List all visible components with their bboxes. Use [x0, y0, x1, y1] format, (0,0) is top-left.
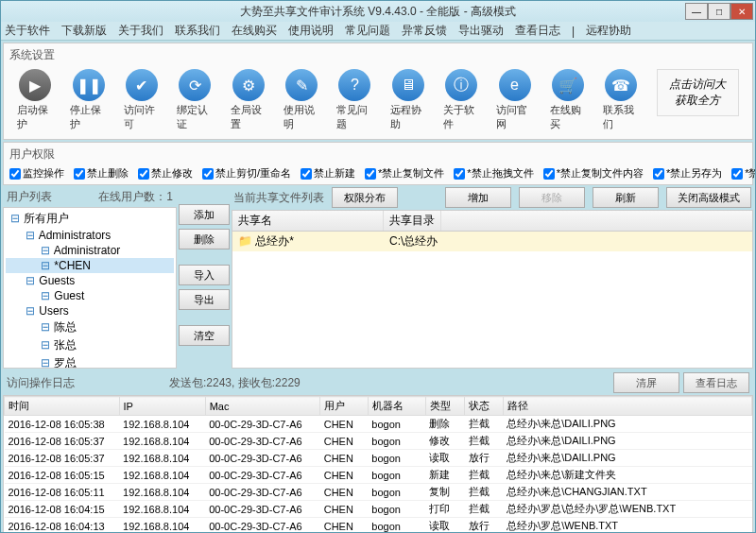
tree-node[interactable]: ⊟ *CHEN: [6, 258, 174, 273]
log-table[interactable]: 时间IPMac用户机器名类型状态路径2016-12-08 16:05:38192…: [3, 395, 753, 533]
menu-item[interactable]: 远程协助: [586, 23, 631, 39]
close-button[interactable]: ✕: [730, 3, 753, 20]
titlebar: 大势至共享文件审计系统 V9.4.43.0 - 全能版 - 高级模式 — □ ✕: [1, 1, 755, 22]
perm-*禁止打印[interactable]: *禁止打印: [731, 166, 756, 181]
minimize-button[interactable]: —: [685, 3, 708, 20]
tool-联系我们[interactable]: ☎联系我们: [603, 69, 639, 131]
menu-item[interactable]: 关于软件: [5, 23, 50, 39]
tool-访问官网[interactable]: e访问官网: [496, 69, 532, 131]
add-share-button[interactable]: 增加: [445, 187, 511, 208]
perm-*禁止拖拽文件[interactable]: *禁止拖拽文件: [454, 166, 533, 181]
remove-share-button[interactable]: 移除: [519, 187, 585, 208]
user-permissions-label: 用户权限: [9, 146, 747, 163]
perm-*禁止复制文件[interactable]: *禁止复制文件: [365, 166, 444, 181]
tree-icon: ⊟: [40, 320, 51, 334]
shares-label: 当前共享文件列表: [233, 190, 324, 206]
log-col: 类型: [425, 397, 465, 416]
share-col: 共享目录: [384, 211, 441, 231]
tool-icon: ❚❚: [73, 69, 105, 101]
perm-禁止删除[interactable]: 禁止删除: [74, 166, 129, 181]
tool-icon: ⓘ: [445, 69, 477, 101]
view-log-button[interactable]: 查看日志: [683, 372, 749, 393]
menu-item[interactable]: 在线购买: [232, 23, 277, 39]
tool-icon: ☎: [605, 69, 637, 101]
tree-icon: ⊟: [40, 356, 51, 369]
perm-禁止新建[interactable]: 禁止新建: [301, 166, 355, 181]
menu-item[interactable]: 使用说明: [288, 23, 334, 39]
import-button[interactable]: 导入: [179, 265, 230, 285]
shares-table[interactable]: 共享名共享目录 📁 总经办*C:\总经办: [232, 210, 753, 369]
log-row[interactable]: 2016-12-08 16:04:13192.168.8.10400-0C-29…: [5, 518, 752, 534]
delete-user-button[interactable]: 删除: [179, 229, 230, 249]
tool-启动保护[interactable]: ▶启动保护: [17, 69, 53, 131]
perm-禁止修改[interactable]: 禁止修改: [138, 166, 193, 181]
tree-icon: ⊟: [25, 229, 36, 242]
online-count: 在线用户数：1: [98, 189, 173, 205]
refresh-button[interactable]: 刷新: [593, 187, 659, 208]
tool-常见问题[interactable]: ?常见问题: [336, 69, 372, 131]
tool-全局设置[interactable]: ⚙全局设置: [231, 69, 266, 131]
tool-icon: 🛒: [552, 69, 584, 101]
log-col: 用户: [320, 397, 369, 416]
tree-node[interactable]: ⊟ 张总: [6, 336, 174, 354]
clear-button[interactable]: 清空: [179, 325, 230, 346]
log-row[interactable]: 2016-12-08 16:05:15192.168.8.10400-0C-29…: [5, 467, 752, 484]
menu-item[interactable]: 异常反馈: [402, 23, 447, 39]
log-col: Mac: [205, 397, 320, 416]
system-settings-panel: 系统设置 ▶启动保护❚❚停止保护✔访问许可⟳绑定认证⚙全局设置✎使用说明?常见问…: [3, 43, 753, 140]
maximize-button[interactable]: □: [708, 3, 730, 20]
tool-icon: ?: [338, 69, 370, 101]
tool-绑定认证[interactable]: ⟳绑定认证: [177, 69, 213, 131]
log-row[interactable]: 2016-12-08 16:05:37192.168.8.10400-0C-29…: [5, 450, 752, 467]
user-tree[interactable]: ⊟ 所有用户⊟ Administrators⊟ Administrator⊟ *…: [3, 207, 177, 369]
tree-node[interactable]: ⊟ Administrators: [6, 228, 174, 243]
log-row[interactable]: 2016-12-08 16:05:37192.168.8.10400-0C-29…: [5, 433, 752, 450]
tree-node[interactable]: ⊟ 陈总: [6, 318, 174, 336]
clear-log-button[interactable]: 清屏: [613, 372, 679, 393]
share-row[interactable]: 📁 总经办*C:\总经办: [232, 232, 752, 251]
log-row[interactable]: 2016-12-08 16:04:15192.168.8.10400-0C-29…: [5, 501, 752, 518]
log-row[interactable]: 2016-12-08 16:05:11192.168.8.10400-0C-29…: [5, 484, 752, 501]
log-stats: 发送包:2243, 接收包:2229: [169, 375, 301, 391]
tool-icon: ⟳: [179, 69, 211, 101]
add-user-button[interactable]: 添加: [179, 204, 230, 225]
tool-icon: ✔: [126, 69, 158, 101]
menu-item[interactable]: 联系我们: [175, 23, 220, 39]
menu-item[interactable]: 查看日志: [515, 23, 560, 39]
perm-*禁止复制文件内容[interactable]: *禁止复制文件内容: [543, 166, 644, 181]
tree-icon: ⊟: [40, 244, 51, 257]
perm-dist-button[interactable]: 权限分布: [332, 187, 398, 208]
tool-访问许可[interactable]: ✔访问许可: [124, 69, 160, 131]
tree-node[interactable]: ⊟ Guests: [6, 273, 174, 288]
menu-item[interactable]: 导出驱动: [458, 23, 504, 39]
log-col: 状态: [465, 397, 504, 416]
perm-*禁止另存为[interactable]: *禁止另存为: [653, 166, 722, 181]
export-button[interactable]: 导出: [179, 289, 230, 310]
close-advanced-button[interactable]: 关闭高级模式: [666, 187, 751, 208]
tool-使用说明[interactable]: ✎使用说明: [284, 69, 319, 131]
tree-node[interactable]: ⊟ Users: [6, 303, 174, 318]
tool-icon: ✎: [285, 69, 318, 101]
tool-icon: 🖥: [392, 69, 424, 101]
promo-banner[interactable]: 点击访问大获取全方: [657, 69, 739, 116]
tree-node[interactable]: ⊟ Administrator: [6, 243, 174, 258]
perm-禁止剪切/重命名[interactable]: 禁止剪切/重命名: [202, 166, 291, 181]
tree-node[interactable]: ⊟ Guest: [6, 288, 174, 303]
log-label: 访问操作日志: [7, 375, 75, 391]
tree-icon: ⊟: [9, 212, 21, 225]
tool-远程协助[interactable]: 🖥远程协助: [390, 69, 426, 131]
tool-在线购买[interactable]: 🛒在线购买: [550, 69, 586, 131]
tree-node[interactable]: ⊟ 罗总: [6, 354, 174, 369]
tree-icon: ⊟: [25, 274, 36, 287]
tool-停止保护[interactable]: ❚❚停止保护: [70, 69, 106, 131]
menubar: 关于软件下载新版关于我们联系我们在线购买使用说明常见问题异常反馈导出驱动查看日志…: [1, 22, 755, 41]
tree-node[interactable]: ⊟ 所有用户: [6, 210, 174, 228]
menu-item[interactable]: 下载新版: [61, 23, 107, 39]
menu-item[interactable]: 关于我们: [118, 23, 163, 39]
tool-关于软件[interactable]: ⓘ关于软件: [443, 69, 479, 131]
log-row[interactable]: 2016-12-08 16:05:38192.168.8.10400-0C-29…: [5, 416, 752, 433]
menu-item[interactable]: 常见问题: [345, 23, 390, 39]
system-settings-label: 系统设置: [9, 47, 747, 63]
share-col: 共享名: [232, 211, 384, 231]
perm-监控操作[interactable]: 监控操作: [9, 166, 64, 181]
